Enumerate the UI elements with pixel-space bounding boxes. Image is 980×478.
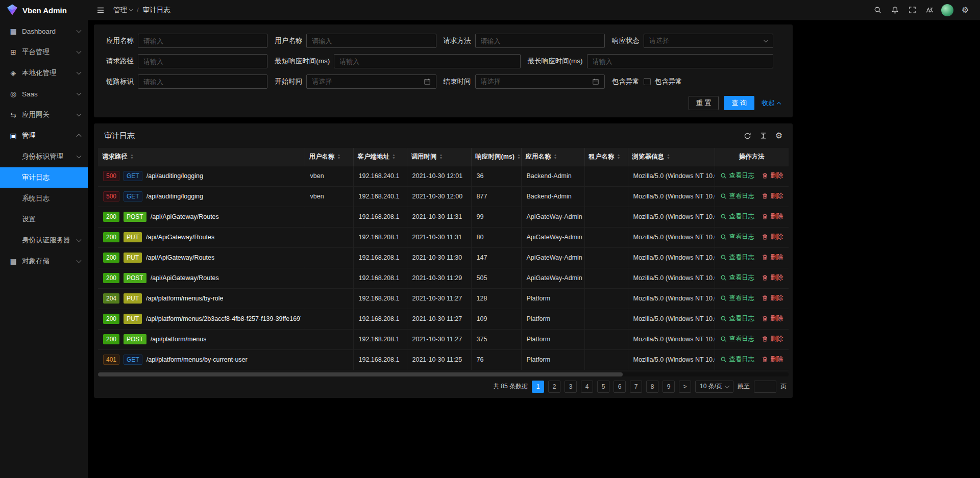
view-log-button[interactable]: 查看日志 bbox=[720, 355, 754, 364]
view-log-button[interactable]: 查看日志 bbox=[720, 212, 754, 221]
sort-icons: ▲▼ bbox=[667, 154, 670, 160]
collapse-button[interactable]: 收起 bbox=[762, 98, 780, 108]
sidebar-item-identity[interactable]: 身份标识管理 bbox=[0, 146, 88, 167]
trace_id-input[interactable] bbox=[138, 74, 267, 89]
request_path-input[interactable] bbox=[138, 54, 267, 68]
cell-app: Backend-Admin bbox=[521, 186, 584, 207]
sidebar-item-system-log[interactable]: 系统日志 bbox=[0, 188, 88, 209]
view-log-label: 查看日志 bbox=[729, 171, 754, 180]
page-button-6[interactable]: 6 bbox=[614, 381, 626, 393]
has_exception-checkbox[interactable] bbox=[644, 78, 651, 85]
max_response-input[interactable] bbox=[587, 54, 773, 68]
table-row: 200PUT/api/ApiGateway/Routes192.168.208.… bbox=[98, 227, 789, 247]
refresh-icon[interactable] bbox=[744, 132, 751, 140]
view-log-button[interactable]: 查看日志 bbox=[720, 171, 754, 180]
select-placeholder: 请选择 bbox=[649, 36, 669, 45]
response_status-select[interactable]: 请选择 bbox=[644, 34, 773, 48]
sidebar-item-localization[interactable]: ◈本地化管理 bbox=[0, 63, 88, 83]
scrollbar-thumb[interactable] bbox=[98, 372, 623, 376]
start_time-datepicker[interactable]: 请选择 bbox=[306, 74, 436, 89]
sidebar-item-manage[interactable]: ▣管理 bbox=[0, 125, 88, 146]
delete-label: 删除 bbox=[770, 171, 783, 180]
table-toolbar-icons: ⚙ bbox=[744, 132, 782, 140]
delete-button[interactable]: 删除 bbox=[762, 335, 783, 343]
sidebar-item-label: 应用网关 bbox=[22, 110, 50, 119]
search-button[interactable]: 查 询 bbox=[724, 96, 754, 110]
next-page-button[interactable]: > bbox=[679, 381, 691, 393]
delete-button[interactable]: 删除 bbox=[762, 233, 783, 241]
search-icon[interactable] bbox=[870, 3, 885, 18]
page-size-select[interactable]: 10 条/页 bbox=[695, 381, 733, 393]
view-log-button[interactable]: 查看日志 bbox=[720, 294, 754, 303]
view-log-button[interactable]: 查看日志 bbox=[720, 253, 754, 262]
delete-button[interactable]: 删除 bbox=[762, 212, 783, 221]
http_method-input[interactable] bbox=[475, 34, 605, 48]
sidebar-item-gateway[interactable]: ⇆应用网关 bbox=[0, 105, 88, 125]
reset-button[interactable]: 重 置 bbox=[689, 96, 719, 110]
column-label: 客户端地址 bbox=[358, 153, 390, 161]
menu-fold-icon[interactable] bbox=[93, 3, 108, 18]
field-label: 请求路径 bbox=[106, 57, 134, 66]
logo[interactable]: Vben Admin bbox=[0, 0, 88, 20]
column-header-duration[interactable]: 响应时间(ms)▲▼ bbox=[471, 148, 521, 166]
column-header-browser[interactable]: 浏览器信息▲▼ bbox=[628, 148, 715, 166]
fullscreen-icon[interactable] bbox=[904, 3, 920, 18]
column-header-time[interactable]: 调用时间▲▼ bbox=[407, 148, 471, 166]
view-log-button[interactable]: 查看日志 bbox=[720, 273, 754, 282]
page-button-2[interactable]: 2 bbox=[548, 381, 560, 393]
delete-button[interactable]: 删除 bbox=[762, 314, 783, 323]
page-button-7[interactable]: 7 bbox=[630, 381, 642, 393]
horizontal-scrollbar[interactable] bbox=[98, 372, 789, 376]
avatar[interactable] bbox=[941, 4, 953, 16]
column-header-path[interactable]: 请求路径▲▼ bbox=[98, 148, 305, 166]
app_name-input[interactable] bbox=[138, 34, 267, 48]
sidebar-item-audit-log[interactable]: 审计日志 bbox=[0, 167, 88, 188]
delete-button[interactable]: 删除 bbox=[762, 192, 783, 200]
sidebar-item-saas[interactable]: ◎Saas bbox=[0, 84, 88, 104]
column-header-tenant[interactable]: 租户名称▲▼ bbox=[584, 148, 628, 166]
sidebar-item-settings[interactable]: 设置 bbox=[0, 209, 88, 230]
jump-page-input[interactable] bbox=[754, 381, 776, 393]
request-path: /api/auditing/logging bbox=[146, 193, 203, 200]
translate-icon[interactable] bbox=[922, 3, 937, 18]
delete-button[interactable]: 删除 bbox=[762, 171, 783, 180]
page-button-4[interactable]: 4 bbox=[581, 381, 593, 393]
sidebar-item-auth-server[interactable]: 身份认证服务器 bbox=[0, 230, 88, 250]
view-log-button[interactable]: 查看日志 bbox=[720, 335, 754, 343]
bell-icon[interactable] bbox=[887, 3, 902, 18]
page-button-3[interactable]: 3 bbox=[565, 381, 577, 393]
field-label: 最短响应时间(ms) bbox=[275, 57, 330, 66]
cell-user bbox=[305, 268, 353, 288]
delete-button[interactable]: 删除 bbox=[762, 355, 783, 364]
view-log-button[interactable]: 查看日志 bbox=[720, 314, 754, 323]
cell-duration: 877 bbox=[471, 186, 521, 207]
page-button-9[interactable]: 9 bbox=[663, 381, 675, 393]
breadcrumb-item[interactable]: 管理 bbox=[113, 6, 133, 15]
min_response-input[interactable] bbox=[334, 54, 520, 68]
column-header-client[interactable]: 客户端地址▲▼ bbox=[353, 148, 407, 166]
column-header-app[interactable]: 应用名称▲▼ bbox=[521, 148, 584, 166]
delete-button[interactable]: 删除 bbox=[762, 294, 783, 303]
cell-browser: Mozilla/5.0 (Windows NT 10.0; Win bbox=[628, 329, 715, 349]
sidebar-item-dashboard[interactable]: ▦Dashboard bbox=[0, 21, 88, 41]
has_exception-control: 包含异常 bbox=[644, 77, 682, 86]
row-height-icon[interactable] bbox=[760, 132, 767, 140]
view-log-button[interactable]: 查看日志 bbox=[720, 192, 754, 200]
view-log-label: 查看日志 bbox=[729, 233, 754, 241]
saas-icon: ◎ bbox=[8, 90, 18, 98]
page-button-5[interactable]: 5 bbox=[597, 381, 609, 393]
cell-duration: 128 bbox=[471, 288, 521, 309]
view-log-button[interactable]: 查看日志 bbox=[720, 233, 754, 241]
sidebar-item-storage[interactable]: ▤对象存储 bbox=[0, 251, 88, 271]
settings-gear-icon[interactable]: ⚙ bbox=[958, 3, 973, 18]
column-settings-icon[interactable]: ⚙ bbox=[775, 132, 782, 140]
column-header-user[interactable]: 用户名称▲▼ bbox=[305, 148, 353, 166]
sidebar-item-platform[interactable]: ⊞平台管理 bbox=[0, 42, 88, 62]
user_name-input[interactable] bbox=[306, 34, 436, 48]
page-button-1[interactable]: 1 bbox=[532, 381, 544, 393]
delete-button[interactable]: 删除 bbox=[762, 253, 783, 262]
page-button-8[interactable]: 8 bbox=[646, 381, 658, 393]
cell-path: 500GET/api/auditing/logging bbox=[98, 186, 305, 207]
end_time-datepicker[interactable]: 请选择 bbox=[475, 74, 605, 89]
delete-button[interactable]: 删除 bbox=[762, 273, 783, 282]
